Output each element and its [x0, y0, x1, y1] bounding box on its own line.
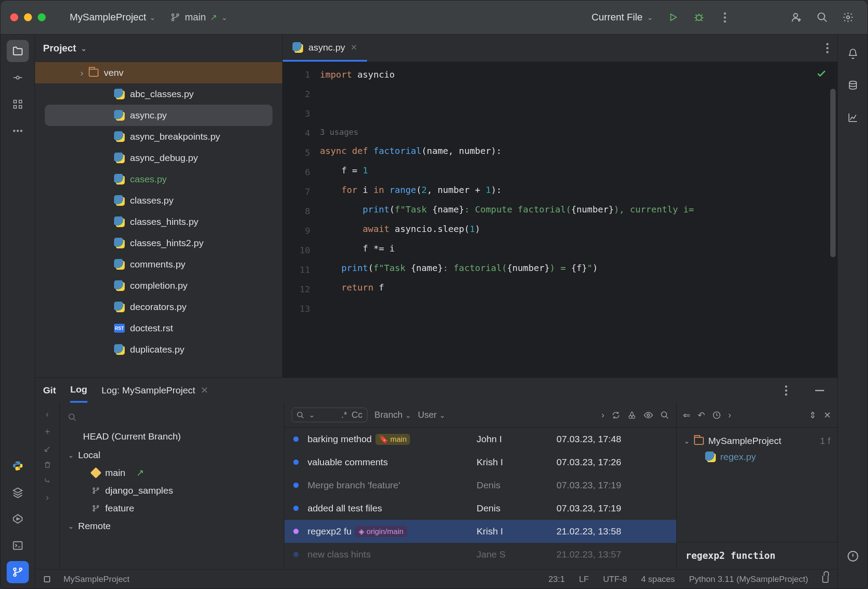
- user-filter[interactable]: User ⌄: [418, 410, 445, 420]
- project-dropdown[interactable]: MySampleProject ⌄: [65, 9, 160, 26]
- project-file-item[interactable]: classes_hints2.py: [35, 232, 282, 254]
- branch-item[interactable]: feature: [65, 499, 279, 517]
- project-file-item[interactable]: completion.py: [35, 275, 282, 296]
- caret-position[interactable]: 23:1: [548, 574, 565, 584]
- file-close-button[interactable]: ✕: [824, 410, 831, 420]
- next-diff-button[interactable]: ›: [46, 492, 49, 503]
- structure-tool-button[interactable]: [7, 93, 29, 115]
- search-everywhere-button[interactable]: [813, 8, 832, 27]
- commit-row[interactable]: new class hintsJane S21.02.23, 13:57: [284, 543, 676, 566]
- commit-row[interactable]: valuable commentsKrish I07.03.23, 17:26: [284, 451, 676, 474]
- project-file-item[interactable]: abc_classes.py: [35, 83, 282, 105]
- head-label[interactable]: HEAD (Current Branch): [65, 427, 279, 446]
- remote-group[interactable]: ⌄Remote: [65, 517, 279, 535]
- project-tree[interactable]: › venv abc_classes.pyasync.pyasync_break…: [35, 62, 282, 377]
- git-branches-tree[interactable]: HEAD (Current Branch) ⌄Local main↗django…: [60, 403, 284, 569]
- intellisort-button[interactable]: [643, 410, 653, 420]
- more-tools-button[interactable]: [7, 120, 29, 142]
- project-file-item[interactable]: RSTdoctest.rst: [35, 318, 282, 339]
- branch-item[interactable]: main↗: [65, 464, 279, 482]
- no-problems-icon[interactable]: [816, 68, 827, 79]
- project-file-item[interactable]: async_breakpoints.py: [35, 126, 282, 147]
- editor-code[interactable]: import asyncio 3 usagesasync def factori…: [317, 62, 837, 377]
- run-config-dropdown[interactable]: Current File ⌄: [587, 9, 657, 26]
- project-file-item[interactable]: async_debug.py: [35, 147, 282, 169]
- history-button[interactable]: [712, 411, 721, 420]
- cherry-pick-button[interactable]: [627, 411, 636, 420]
- line-separator[interactable]: LF: [579, 574, 589, 584]
- notifications-button[interactable]: [842, 43, 864, 65]
- commit-row[interactable]: regexp2 fu◈ origin/mainKrish I21.02.23, …: [284, 520, 676, 543]
- editor-body[interactable]: 12345678910111213 import asyncio 3 usage…: [283, 62, 837, 377]
- debug-button[interactable]: [689, 8, 709, 27]
- changed-project-node[interactable]: ⌄ MySampleProject 1 f: [684, 433, 830, 449]
- readonly-toggle[interactable]: [822, 576, 829, 583]
- project-file-item[interactable]: cases.py: [35, 169, 282, 190]
- collapse-button[interactable]: ⇐: [683, 410, 690, 420]
- project-file-item[interactable]: classes.py: [35, 190, 282, 211]
- git-more-button[interactable]: [776, 381, 796, 400]
- sciview-button[interactable]: [842, 106, 864, 129]
- new-branch-button[interactable]: ＋: [43, 425, 52, 437]
- commit-row[interactable]: Merge branch 'feature'Denis07.03.23, 17:…: [284, 474, 676, 497]
- project-file-item[interactable]: duplicates.py: [35, 339, 282, 360]
- branch-filter[interactable]: Branch ⌄: [375, 410, 411, 420]
- branches-search[interactable]: [65, 408, 279, 427]
- commit-tool-button[interactable]: [7, 67, 29, 89]
- branch-item[interactable]: django_samples: [65, 482, 279, 499]
- interpreter-info[interactable]: Python 3.11 (MySampleProject): [689, 574, 808, 584]
- project-file-item[interactable]: comments.py: [35, 254, 282, 275]
- editor-tab-async[interactable]: async.py ✕: [283, 35, 367, 62]
- project-file-item[interactable]: async.py: [45, 105, 272, 126]
- commit-row[interactable]: barking method🔖 mainJohn I07.03.23, 17:4…: [284, 428, 676, 451]
- run-button[interactable]: [663, 8, 683, 27]
- zoom-window[interactable]: [38, 13, 46, 21]
- checkout-button[interactable]: ↙: [43, 444, 51, 454]
- more-run-button[interactable]: [715, 8, 734, 27]
- close-icon[interactable]: ✕: [351, 43, 357, 52]
- folder-venv[interactable]: › venv: [35, 62, 282, 83]
- database-button[interactable]: [842, 75, 864, 97]
- editor-tab-more[interactable]: [817, 43, 837, 53]
- minimize-window[interactable]: [24, 13, 32, 21]
- expand-button[interactable]: ⇕: [809, 410, 817, 420]
- tool-windows-toggle[interactable]: [44, 576, 50, 582]
- problems-button[interactable]: [842, 545, 864, 567]
- changed-file-item[interactable]: regex.py: [684, 449, 830, 465]
- project-file-item[interactable]: classes_hints.py: [35, 211, 282, 232]
- terminal-button[interactable]: [7, 534, 29, 557]
- close-window[interactable]: [10, 13, 18, 21]
- git-commit-list[interactable]: barking method🔖 mainJohn I07.03.23, 17:4…: [284, 428, 676, 569]
- project-tool-header[interactable]: Project ⌄: [35, 35, 282, 62]
- editor-scrollbar[interactable]: [830, 89, 836, 257]
- project-tool-button[interactable]: [7, 40, 29, 62]
- git-tab-log-project[interactable]: Log: MySampleProject✕: [102, 379, 209, 402]
- revert-button[interactable]: ↶: [698, 410, 705, 420]
- settings-button[interactable]: [838, 8, 858, 27]
- next-button[interactable]: ›: [728, 410, 731, 420]
- usages-hint[interactable]: 3 usages: [320, 123, 837, 141]
- git-tab-git[interactable]: Git: [43, 379, 56, 402]
- python-console-button[interactable]: [7, 455, 29, 477]
- version-control-button[interactable]: [7, 561, 29, 583]
- git-tab-log[interactable]: Log: [70, 378, 87, 403]
- compare-button[interactable]: ⤷: [43, 475, 51, 486]
- close-icon[interactable]: ✕: [201, 385, 209, 395]
- log-search[interactable]: ⌄ .* Cc: [292, 408, 367, 422]
- local-group[interactable]: ⌄Local: [65, 446, 279, 464]
- delete-branch-button[interactable]: [43, 460, 51, 469]
- prev-diff-button[interactable]: ‹: [46, 409, 49, 419]
- indent-info[interactable]: 4 spaces: [641, 574, 675, 584]
- services-button[interactable]: [7, 508, 29, 530]
- file-encoding[interactable]: UTF-8: [603, 574, 627, 584]
- go-to-button[interactable]: ›: [601, 410, 604, 420]
- commit-row[interactable]: added all test filesDenis07.03.23, 17:19: [284, 497, 676, 520]
- vcs-branch-dropdown[interactable]: main ↗ ⌄: [166, 9, 232, 26]
- status-project[interactable]: MySampleProject: [63, 574, 130, 584]
- code-with-me-button[interactable]: [787, 8, 806, 27]
- git-hide-button[interactable]: [810, 381, 829, 400]
- python-packages-button[interactable]: [7, 481, 29, 503]
- refresh-button[interactable]: [612, 411, 620, 420]
- find-button[interactable]: [660, 411, 669, 420]
- regex-toggle[interactable]: .*: [341, 410, 347, 420]
